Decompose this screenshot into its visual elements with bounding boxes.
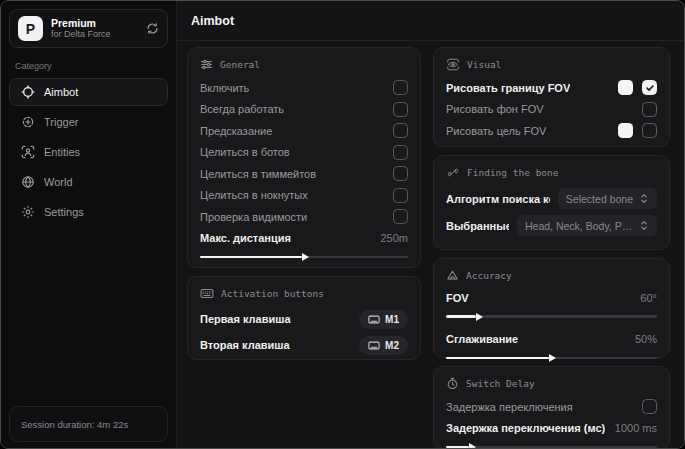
keyboard-icon — [368, 340, 380, 351]
bone-icon — [446, 166, 460, 179]
panel-bone-title: Finding the bone — [446, 166, 657, 179]
panel-accuracy: Accuracy FOV 60° Сглаживание 50% — [433, 258, 670, 358]
slider-thumb[interactable] — [549, 354, 556, 362]
panel-activation-title: Activation buttons — [200, 287, 408, 300]
chevrons-updown-icon — [639, 193, 649, 204]
smoothing-slider[interactable] — [446, 352, 657, 364]
fov-value: 60° — [640, 292, 657, 304]
session-duration-text: Session duration: 4m 22s — [21, 419, 128, 430]
brand-subtitle: for Delta Force — [51, 29, 138, 39]
setting-row-max-distance: Макс. дистанция 250m — [200, 228, 408, 250]
slider-thumb[interactable] — [469, 443, 476, 448]
sidebar: P Premium for Delta Force Category Aimbo… — [1, 1, 177, 448]
bone-label: Алгоритм поиска костей — [446, 193, 550, 205]
accuracy-label: FOV — [446, 292, 469, 304]
sidebar-item-label: Entities — [44, 146, 80, 158]
brand-card: P Premium for Delta Force — [9, 9, 168, 48]
right-column: Visual Рисовать границу FOV Рисовать фон… — [433, 47, 670, 442]
brand-text: Premium for Delta Force — [51, 17, 138, 39]
keybind-button-m1[interactable]: M1 — [359, 310, 408, 329]
main-area: Aimbot General Включить — [177, 1, 684, 448]
switch-delay-ms-row: Задержка переключения (мс) 1000 ms — [446, 418, 657, 440]
setting-row-visibility-check: Проверка видимости — [200, 206, 408, 228]
accuracy-row-smoothing: Сглаживание 50% — [446, 329, 657, 351]
sidebar-item-aimbot[interactable]: Aimbot — [9, 78, 168, 106]
color-swatch-fov-target[interactable] — [618, 123, 633, 138]
app-window: P Premium for Delta Force Category Aimbo… — [0, 0, 685, 449]
setting-label: Предсказание — [200, 125, 272, 137]
panel-general: General Включить Всегда работать Предска… — [187, 47, 421, 268]
bone-algorithm-select[interactable]: Selected bone — [558, 188, 657, 209]
keybind-row-first: Первая клавиша M1 — [200, 306, 408, 332]
gear-icon — [20, 205, 35, 220]
eye-icon — [446, 58, 460, 71]
setting-row-always-work: Всегда работать — [200, 99, 408, 121]
checkbox-fov-border[interactable] — [642, 80, 657, 95]
checkbox-prediction[interactable] — [393, 123, 408, 138]
visual-row-fov-target: Рисовать цель FOV — [446, 120, 657, 142]
panel-visual: Visual Рисовать границу FOV Рисовать фон… — [433, 47, 670, 147]
checkbox-target-bots[interactable] — [393, 145, 408, 160]
setting-row-target-teammates: Целиться в тиммейтов — [200, 163, 408, 185]
checkbox-enable[interactable] — [393, 80, 408, 95]
sidebar-item-world[interactable]: World — [9, 168, 168, 196]
panel-switch-delay: Switch Delay Задержка переключения Задер… — [433, 366, 670, 448]
checkbox-fov-background[interactable] — [642, 102, 657, 117]
tune-icon — [200, 58, 213, 71]
setting-label: Целиться в ботов — [200, 146, 290, 158]
visual-label: Рисовать цель FOV — [446, 125, 546, 137]
setting-row-target-knocked: Целиться в нокнутых — [200, 185, 408, 207]
slider-thumb[interactable] — [302, 253, 309, 261]
checkbox-target-knocked[interactable] — [393, 188, 408, 203]
keybind-label: Первая клавиша — [200, 313, 291, 325]
left-column: General Включить Всегда работать Предска… — [187, 47, 421, 442]
bone-row-selected: Выбранные кости Head, Neck, Body, Pe... — [446, 212, 657, 239]
max-distance-slider[interactable] — [200, 251, 408, 263]
setting-label: Макс. дистанция — [200, 232, 291, 244]
sidebar-item-settings[interactable]: Settings — [9, 198, 168, 226]
timer-icon — [446, 377, 459, 390]
checkbox-fov-target[interactable] — [642, 123, 657, 138]
checkbox-target-teammates[interactable] — [393, 166, 408, 181]
chevrons-updown-icon — [639, 220, 649, 231]
accuracy-icon — [446, 269, 459, 281]
setting-row-enable: Включить — [200, 77, 408, 99]
setting-label: Целиться в тиммейтов — [200, 168, 316, 180]
color-swatch-fov-border[interactable] — [618, 80, 633, 95]
sidebar-item-label: World — [44, 176, 73, 188]
sidebar-item-trigger[interactable]: Trigger — [9, 108, 168, 136]
crosshair-icon — [20, 85, 35, 100]
slider-thumb[interactable] — [476, 313, 483, 321]
setting-label: Целиться в нокнутых — [200, 189, 308, 201]
sidebar-item-entities[interactable]: Entities — [9, 138, 168, 166]
selected-bones-select[interactable]: Head, Neck, Body, Pe... — [517, 215, 657, 236]
checkbox-always-work[interactable] — [393, 102, 408, 117]
panel-switch-delay-title: Switch Delay — [446, 377, 657, 390]
setting-label: Включить — [200, 82, 249, 94]
switch-delay-ms-value: 1000 ms — [615, 422, 657, 434]
accuracy-row-fov: FOV 60° — [446, 287, 657, 309]
panel-visual-title: Visual — [446, 58, 657, 71]
visual-label: Рисовать фон FOV — [446, 103, 544, 115]
checkbox-switch-delay[interactable] — [642, 399, 657, 414]
switch-delay-toggle-row: Задержка переключения — [446, 396, 657, 418]
keyboard-icon — [200, 287, 214, 300]
page-header: Aimbot — [177, 1, 684, 41]
panel-finding-bone: Finding the bone Алгоритм поиска костей … — [433, 155, 670, 250]
sidebar-item-label: Trigger — [44, 116, 78, 128]
switch-delay-slider[interactable] — [446, 441, 657, 448]
brand-logo: P — [18, 16, 43, 41]
visual-row-fov-border: Рисовать границу FOV — [446, 77, 657, 99]
bone-label: Выбранные кости — [446, 220, 509, 232]
keyboard-icon — [368, 314, 380, 325]
checkbox-visibility-check[interactable] — [393, 209, 408, 224]
sync-icon[interactable] — [146, 22, 159, 35]
keybind-button-m2[interactable]: M2 — [359, 336, 408, 355]
setting-label: Всегда работать — [200, 103, 284, 115]
page-title: Aimbot — [191, 14, 234, 28]
keybind-label: Вторая клавиша — [200, 339, 290, 351]
fov-slider[interactable] — [446, 311, 657, 323]
visual-label: Рисовать границу FOV — [446, 82, 570, 94]
check-icon — [645, 83, 655, 93]
panel-general-title: General — [200, 58, 408, 71]
